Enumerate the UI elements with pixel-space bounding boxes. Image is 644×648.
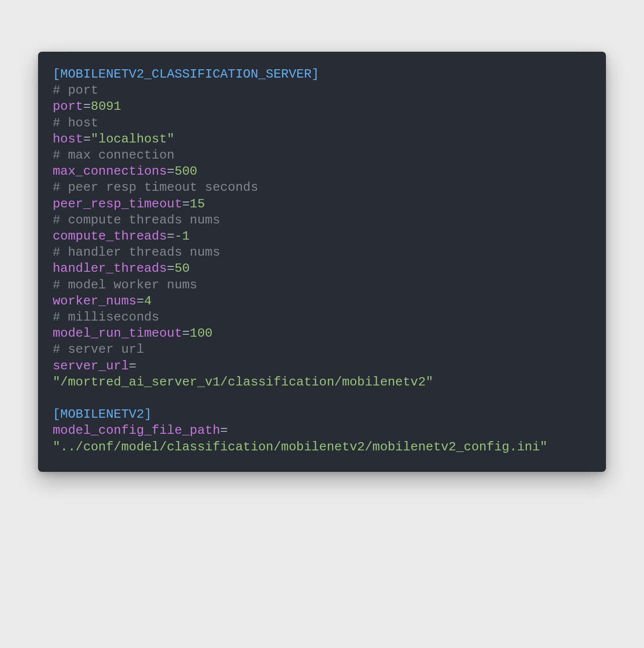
ini-value: 100 (190, 326, 213, 341)
ini-comment: # model worker nums (53, 278, 197, 292)
ini-key: model_run_timeout (53, 326, 182, 341)
ini-section-header: [MOBILENETV2] (53, 407, 152, 422)
ini-key: handler_threads (53, 261, 167, 276)
ini-equals: = (167, 229, 175, 243)
ini-key: compute_threads (53, 229, 167, 243)
ini-key: server_url (53, 359, 129, 373)
ini-comment: # handler threads nums (53, 245, 220, 260)
ini-equals: = (182, 197, 190, 211)
ini-comment: # compute threads nums (53, 213, 220, 227)
ini-key: worker_nums (53, 294, 137, 308)
ini-comment: # max connection (53, 148, 175, 162)
ini-key: max_connections (53, 164, 167, 179)
ini-key: port (53, 99, 83, 114)
ini-value: 500 (175, 164, 198, 179)
ini-key: model_config_file_path (53, 423, 220, 438)
ini-equals: = (137, 294, 144, 308)
ini-equals: = (129, 359, 137, 373)
ini-value: "localhost" (91, 132, 175, 146)
ini-equals: = (220, 423, 228, 438)
ini-code-block[interactable]: [MOBILENETV2_CLASSIFICATION_SERVER] # po… (53, 66, 591, 455)
ini-equals: = (83, 132, 91, 146)
ini-value: "/mortred_ai_server_v1/classification/mo… (53, 375, 433, 389)
ini-value: -1 (175, 229, 190, 243)
ini-value: 15 (190, 197, 205, 211)
ini-comment: # port (53, 83, 99, 98)
ini-equals: = (182, 326, 190, 341)
ini-comment: # server url (53, 342, 144, 357)
ini-value: 8091 (91, 99, 121, 114)
ini-equals: = (167, 261, 175, 276)
ini-comment: # milliseconds (53, 310, 159, 324)
ini-key: peer_resp_timeout (53, 197, 182, 211)
ini-key: host (53, 132, 83, 146)
ini-value: "../conf/model/classification/mobilenetv… (53, 440, 547, 454)
ini-equals: = (83, 99, 91, 114)
ini-comment: # host (53, 116, 99, 130)
ini-value: 4 (144, 294, 152, 308)
ini-comment: # peer resp timeout seconds (53, 180, 258, 195)
code-card: [MOBILENETV2_CLASSIFICATION_SERVER] # po… (38, 52, 606, 472)
ini-equals: = (167, 164, 175, 179)
ini-section-header: [MOBILENETV2_CLASSIFICATION_SERVER] (53, 67, 319, 81)
ini-value: 50 (175, 261, 190, 276)
